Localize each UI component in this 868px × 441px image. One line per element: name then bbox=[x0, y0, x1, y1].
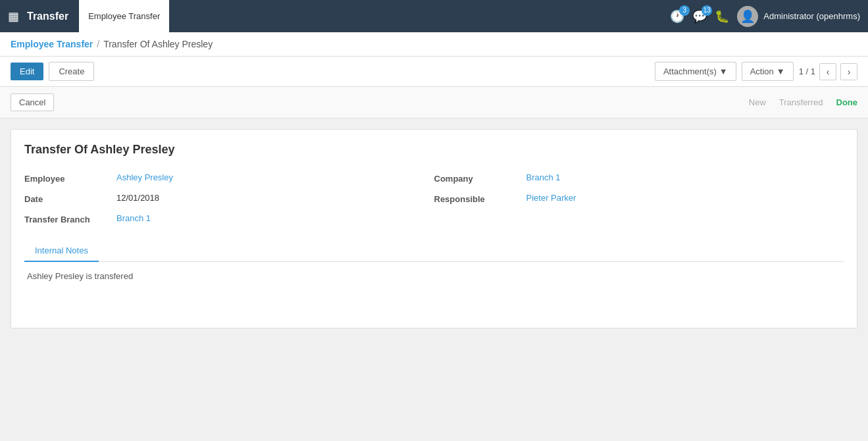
status-step-done: Done bbox=[836, 97, 858, 107]
pager: 1 / 1 ‹ › bbox=[799, 63, 857, 80]
tab-internal-notes[interactable]: Internal Notes bbox=[24, 240, 99, 262]
company-row: Company Branch 1 bbox=[434, 172, 844, 184]
main-content: Transfer Of Ashley Presley Employee Ashl… bbox=[0, 118, 868, 339]
attachments-chevron-icon: ▼ bbox=[719, 66, 728, 76]
edit-button[interactable]: Edit bbox=[11, 63, 43, 80]
app-title: Transfer bbox=[27, 11, 68, 22]
create-button[interactable]: Create bbox=[49, 62, 94, 81]
status-bar: Cancel New Transferred Done bbox=[0, 87, 868, 118]
breadcrumb-link[interactable]: Employee Transfer bbox=[11, 39, 93, 49]
top-nav: ▦ Transfer Employee Transfer 🕐 3 💬 13 🐛 … bbox=[0, 0, 868, 32]
user-area[interactable]: 👤 Administrator (openhrms) bbox=[737, 6, 860, 27]
active-tab[interactable]: Employee Transfer bbox=[79, 0, 169, 32]
status-step-new: New bbox=[749, 97, 766, 107]
action-chevron-icon: ▼ bbox=[777, 66, 785, 76]
responsible-label: Responsible bbox=[434, 193, 526, 204]
tab-bar: Internal Notes bbox=[24, 240, 844, 262]
employee-value[interactable]: Ashley Presley bbox=[116, 172, 173, 182]
bug-icon: 🐛 bbox=[715, 9, 729, 24]
nav-icons: 🕐 3 💬 13 🐛 👤 Administrator (openhrms) bbox=[670, 6, 860, 27]
breadcrumb: Employee Transfer / Transfer Of Ashley P… bbox=[0, 32, 868, 57]
pager-next-button[interactable]: › bbox=[840, 63, 857, 80]
action-label: Action bbox=[750, 66, 774, 76]
grid-menu-icon[interactable]: ▦ bbox=[8, 9, 19, 24]
breadcrumb-current: Transfer Of Ashley Presley bbox=[103, 39, 213, 49]
attachments-label: Attachment(s) bbox=[663, 66, 717, 76]
clock-badge: 3 bbox=[679, 5, 690, 16]
toolbar: Edit Create Attachment(s) ▼ Action ▼ 1 /… bbox=[0, 57, 868, 87]
attachments-dropdown[interactable]: Attachment(s) ▼ bbox=[655, 62, 736, 81]
status-step-transferred: Transferred bbox=[779, 97, 823, 107]
avatar: 👤 bbox=[737, 6, 758, 27]
status-steps: New Transferred Done bbox=[749, 97, 857, 107]
company-label: Company bbox=[434, 172, 526, 184]
responsible-value[interactable]: Pieter Parker bbox=[526, 193, 576, 203]
transfer-branch-value[interactable]: Branch 1 bbox=[116, 213, 151, 223]
chat-icon-wrap[interactable]: 💬 13 bbox=[692, 9, 707, 24]
transfer-branch-row: Transfer Branch Branch 1 bbox=[24, 213, 434, 224]
bug-icon-wrap[interactable]: 🐛 bbox=[715, 9, 729, 24]
breadcrumb-separator: / bbox=[97, 39, 99, 49]
employee-label: Employee bbox=[24, 172, 116, 184]
form-right: Company Branch 1 Responsible Pieter Park… bbox=[434, 172, 844, 224]
form-title: Transfer Of Ashley Presley bbox=[24, 143, 844, 157]
pager-prev-button[interactable]: ‹ bbox=[819, 63, 836, 80]
date-row: Date 12/01/2018 bbox=[24, 193, 434, 204]
employee-row: Employee Ashley Presley bbox=[24, 172, 434, 184]
date-value: 12/01/2018 bbox=[116, 193, 159, 203]
transfer-branch-label: Transfer Branch bbox=[24, 213, 116, 224]
responsible-row: Responsible Pieter Parker bbox=[434, 193, 844, 204]
form-card: Transfer Of Ashley Presley Employee Ashl… bbox=[11, 129, 857, 328]
action-dropdown[interactable]: Action ▼ bbox=[742, 62, 794, 81]
notes-content: Ashley Presley is transfered bbox=[24, 262, 844, 315]
form-left: Employee Ashley Presley Date 12/01/2018 … bbox=[24, 172, 434, 224]
chat-badge: 13 bbox=[702, 5, 712, 16]
cancel-button[interactable]: Cancel bbox=[11, 93, 54, 111]
form-grid: Employee Ashley Presley Date 12/01/2018 … bbox=[24, 172, 844, 224]
date-label: Date bbox=[24, 193, 116, 204]
pager-text: 1 / 1 bbox=[799, 66, 815, 76]
clock-icon-wrap[interactable]: 🕐 3 bbox=[670, 9, 684, 24]
company-value[interactable]: Branch 1 bbox=[526, 172, 561, 182]
user-name: Administrator (openhrms) bbox=[763, 11, 860, 21]
